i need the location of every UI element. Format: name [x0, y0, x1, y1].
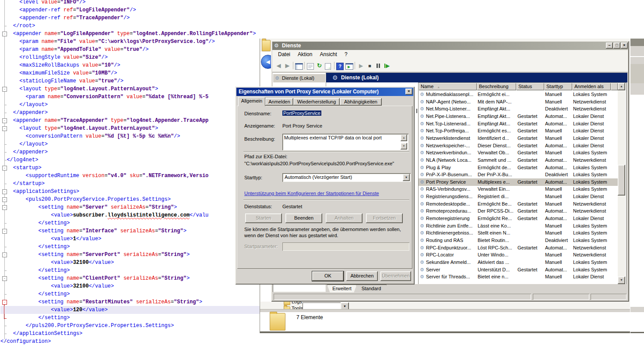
service-row[interactable]: ⚙Registrierungsdiens...Registriert di...…: [419, 193, 618, 200]
refresh-icon[interactable]: ↻: [316, 62, 323, 69]
scrollbar-thumb[interactable]: [618, 165, 625, 196]
fold-collapse-box[interactable]: -: [2, 189, 7, 194]
xml-editor[interactable]: <level value="INFO"/> <appender-ref ref=…: [0, 0, 271, 345]
tab-wiederherstellung[interactable]: Wiederherstellung: [293, 98, 340, 106]
service-row[interactable]: ⚙Multimediaklassenpl...Ermöglicht ei...M…: [419, 91, 618, 98]
cell: Gestartet: [517, 149, 537, 156]
tab-anmelden[interactable]: Anmelden: [265, 98, 293, 106]
restart-service-icon[interactable]: ▶: [384, 62, 391, 69]
service-row[interactable]: ⚙NAP-Agent (Netwo...Mit dem NAP-...Manue…: [419, 98, 618, 106]
startparameter-field[interactable]: [282, 242, 409, 251]
properties-icon[interactable]: [307, 63, 314, 70]
tab-allgemein[interactable]: Allgemein: [238, 97, 265, 106]
ok-button[interactable]: OK: [312, 271, 344, 281]
new-window-icon[interactable]: ▶: [345, 63, 353, 70]
service-row[interactable]: ⚙Remotedesktopdie...Ermöglicht Be...Gest…: [419, 200, 618, 208]
service-row[interactable]: ⚙Netzwerkverbindun...Verwaltet Ob...Gest…: [419, 149, 618, 156]
scrollbar-up-button[interactable]: ▲: [618, 83, 625, 90]
uebernehmen-button[interactable]: Übernehmen: [380, 271, 411, 281]
scroll-down-button[interactable]: ▼: [401, 143, 407, 149]
pause-service-icon[interactable]: [375, 62, 382, 69]
close-button[interactable]: ×: [621, 43, 628, 49]
column-header-anmelden-als[interactable]: Anmelden als: [572, 83, 611, 90]
fold-collapse-box[interactable]: -: [2, 205, 7, 210]
fold-collapse-box[interactable]: -: [2, 118, 7, 123]
beenden-button[interactable]: Beenden: [285, 213, 322, 223]
fold-collapse-box[interactable]: -: [2, 166, 7, 171]
service-row[interactable]: ⚙Net.Tcp-Portfreiga...Ermöglicht es...Ge…: [419, 127, 618, 135]
service-row[interactable]: ⚙Server für Threads...Bietet eine n...Ma…: [419, 273, 618, 281]
cell: Lokales System: [573, 222, 607, 229]
starttyp-combobox[interactable]: Automatisch (Verzögerter Start) ▼: [282, 173, 411, 182]
service-row[interactable]: ⚙RemoteregistrierungErmöglicht Re...Gest…: [419, 215, 618, 222]
anhalten-button[interactable]: Anhalten: [326, 213, 362, 223]
menu-help[interactable]: ?: [341, 50, 351, 59]
service-row[interactable]: ⚙RAS-Verbindungsv...Verwaltet Ein...Manu…: [419, 185, 618, 193]
service-row[interactable]: ⚙Netzwerkspeicher-...Dieser Dienst...Ges…: [419, 142, 618, 149]
service-row[interactable]: ⚙Richtlinie zum Entfe...Lässt eine Ko...…: [419, 222, 618, 230]
code-line: <layout type="log4net.Layout.PatternLayo…: [0, 124, 158, 132]
dienststatus-value: Gestartet: [282, 204, 302, 209]
column-header-status[interactable]: Status: [516, 83, 544, 90]
fold-collapse-box-active[interactable]: -: [2, 300, 7, 305]
services-titlebar[interactable]: ⚙ Dienste – □ ×: [272, 42, 628, 50]
fold-collapse-box[interactable]: -: [2, 32, 7, 36]
tree-filter-box[interactable]: [273, 284, 326, 292]
tab-abhaengigkeiten[interactable]: Abhängigkeiten: [340, 98, 382, 106]
start-service-icon[interactable]: ▶: [357, 62, 365, 69]
service-row[interactable]: ⚙Routing und RASBietet Routin...Deaktivi…: [419, 237, 618, 244]
column-header-beschreibung[interactable]: Beschreibung: [477, 83, 516, 90]
service-row[interactable]: ⚙Net.Pipe-Listenera...Empfängt Akt...Ges…: [419, 113, 618, 120]
maximize-button[interactable]: □: [613, 43, 620, 49]
cell: Gestartet: [517, 135, 537, 142]
gear-icon: ⚙: [420, 237, 424, 244]
tab-erweitert[interactable]: Erweitert: [327, 285, 357, 293]
startoptions-help-link[interactable]: Unterstützung beim Konfigurieren der Sta…: [244, 191, 379, 196]
fold-end-tick: [4, 105, 7, 105]
service-row[interactable]: ⚙ServerUnterstützt D...GestartetAutomat.…: [419, 266, 618, 274]
combobox-dropdown-button[interactable]: ▼: [403, 174, 410, 181]
service-row[interactable]: ⚙Net.Msmq-Listener...Empfängt Akt...Deak…: [419, 105, 618, 113]
scroll-up-button[interactable]: ▲: [401, 135, 407, 141]
service-row[interactable]: ⚙NetzwerklistendienstIdentifiziert d...G…: [419, 135, 618, 142]
fold-end-tick: [4, 160, 7, 160]
dienstname-value[interactable]: PortProxyService: [282, 110, 321, 116]
tree-item-dienste-lokal[interactable]: ⚙ Dienste (Lokal): [273, 74, 325, 82]
tab-standard[interactable]: Standard: [356, 285, 387, 293]
dialog-close-button[interactable]: ×: [405, 89, 412, 95]
fold-collapse-box[interactable]: -: [2, 197, 7, 202]
dialog-titlebar[interactable]: Eigenschaften von Port Proxy Service (Lo…: [236, 88, 413, 96]
fold-collapse-box[interactable]: -: [2, 229, 7, 234]
stop-service-icon[interactable]: ■: [366, 62, 373, 69]
service-row[interactable]: ⚙Net.Tcp-Listenerad...Empfängt Akt...Ges…: [419, 120, 618, 128]
column-header-starttyp[interactable]: Starttyp: [544, 83, 572, 90]
fold-collapse-box[interactable]: -: [2, 276, 7, 281]
service-row[interactable]: ⚙Richtlinienergebniss...Stellt einen N..…: [419, 229, 618, 237]
minimize-button[interactable]: –: [606, 43, 613, 49]
service-row[interactable]: ⚙NLA (Network Loca...Sammelt und ...Gest…: [419, 156, 618, 164]
fortsetzen-button[interactable]: Fortsetzen: [366, 213, 403, 223]
service-row[interactable]: ⚙Plug & PlayErmöglicht de...GestartetAut…: [419, 164, 618, 171]
fold-collapse-box[interactable]: -: [2, 126, 7, 131]
service-row[interactable]: ⚙Remoteprozedurau...Der RPCSS-Di...Gesta…: [419, 207, 618, 215]
fold-collapse-box[interactable]: -: [2, 87, 7, 92]
service-row[interactable]: ⚙Sekundäre Anmeld...Aktiviert das ...Man…: [419, 259, 618, 266]
forward-toolbar-icon[interactable]: ▶: [284, 62, 291, 69]
service-row-selected[interactable]: ⚙Port Proxy ServiceMultiplexes e...Gesta…: [419, 178, 618, 186]
column-header-name[interactable]: Name▲: [419, 83, 477, 90]
service-row[interactable]: ⚙RPC-LocatorUnter Windo...ManuellNetzwer…: [419, 251, 618, 259]
show-console-tree-icon[interactable]: [295, 63, 303, 70]
back-toolbar-icon[interactable]: ◀: [275, 62, 282, 69]
service-row[interactable]: ⚙PnP-X-IP-Busenum...Der PnP-X-Bu...Deakt…: [419, 171, 618, 178]
abbrechen-button[interactable]: Abbrechen: [346, 271, 378, 281]
scrollbar-down-button[interactable]: ▼: [618, 277, 625, 284]
fold-collapse-box[interactable]: -: [2, 253, 7, 257]
menu-aktion[interactable]: Aktion: [295, 50, 315, 59]
help-icon[interactable]: ?: [336, 63, 344, 70]
beschreibung-textbox[interactable]: Multiplexes external TCP/IP data on loca…: [282, 134, 408, 150]
export-list-icon[interactable]: →: [325, 63, 331, 70]
service-row[interactable]: ⚙RPC-Endpunktzuor...Löst RPC-Sch...Gesta…: [419, 244, 618, 252]
starten-button[interactable]: Starten: [245, 213, 282, 223]
menu-ansicht[interactable]: Ansicht: [317, 50, 340, 59]
menu-datei[interactable]: Datei: [275, 50, 293, 59]
